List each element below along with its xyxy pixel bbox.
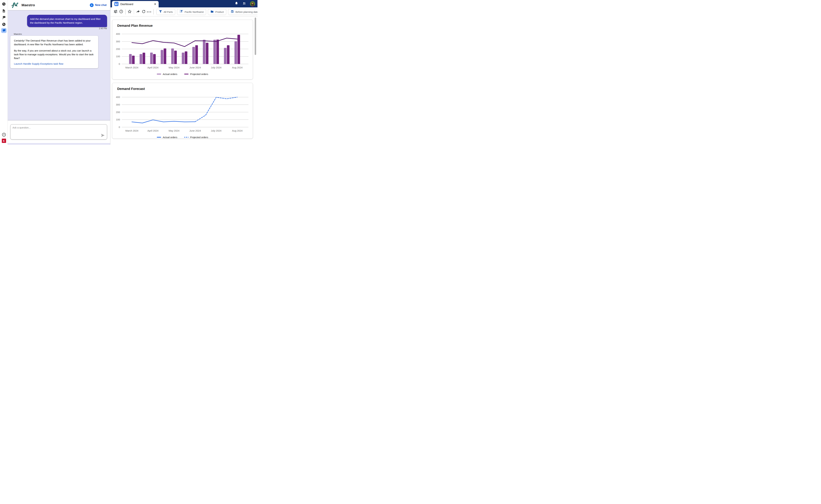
- documents-button[interactable]: [1, 8, 7, 13]
- chip-before-planning-date[interactable]: Before planning date 6 months: [228, 9, 258, 15]
- legend-label: Actual orders: [163, 73, 177, 75]
- document-icon: [2, 9, 6, 13]
- svg-text:100: 100: [116, 55, 120, 58]
- notifications-bell-icon[interactable]: [235, 1, 239, 6]
- svg-text:May 2024: May 2024: [168, 129, 179, 132]
- svg-text:June 2024: June 2024: [189, 66, 201, 69]
- sliders-icon: [114, 10, 117, 14]
- arrow-up-left-icon: [2, 22, 6, 26]
- chip-label: Before planning date: [236, 11, 258, 13]
- svg-text:200: 200: [116, 48, 120, 50]
- svg-text:July 2024: July 2024: [211, 129, 221, 132]
- ellipsis-icon: ●●●: [147, 11, 152, 13]
- legend-item: Projected orders: [184, 73, 208, 75]
- chat-input-box: [10, 124, 107, 139]
- message-timestamp: 2:40 PM: [99, 27, 107, 30]
- new-chat-label: New chat: [95, 4, 106, 7]
- svg-text:July 2024: July 2024: [211, 66, 221, 69]
- chat-message-list: Add the demand plan revenue chart to my …: [8, 10, 110, 120]
- svg-text:April 2024: April 2024: [147, 129, 158, 132]
- svg-text:March 2024: March 2024: [125, 129, 138, 132]
- share-arrow-icon: [136, 10, 140, 14]
- refresh-icon: [142, 10, 146, 14]
- tab-dashboard[interactable]: Dashboard ✕: [112, 1, 158, 7]
- icon-rail: ? K: [0, 0, 8, 145]
- svg-text:200: 200: [116, 111, 120, 114]
- help-tool-button[interactable]: ?: [118, 9, 124, 15]
- kinaxis-k-icon: K: [2, 139, 6, 143]
- svg-text:May 2024: May 2024: [168, 66, 179, 69]
- kinaxis-logo[interactable]: K: [1, 138, 7, 143]
- maestro-logo-icon: [11, 1, 20, 9]
- legend-swatch-solid-icon: [184, 74, 188, 74]
- chat-panel: Maestro + New chat Add the demand plan r…: [8, 0, 110, 145]
- filter-icon: [159, 10, 162, 14]
- filter-chips: All Parts Pacific Northwest Product: [156, 9, 258, 15]
- refresh-button[interactable]: [141, 9, 146, 15]
- legend-swatch-solid-icon: [157, 74, 161, 74]
- chat-bottom-strip: [8, 143, 110, 145]
- svg-text:Aug 2024: Aug 2024: [232, 129, 243, 132]
- user-avatar[interactable]: [250, 1, 255, 6]
- svg-text:March 2024: March 2024: [125, 66, 138, 69]
- favorite-button[interactable]: [127, 9, 132, 15]
- svg-text:June 2024: June 2024: [189, 129, 201, 132]
- svg-text:400: 400: [116, 32, 120, 35]
- thoughts-button[interactable]: [1, 15, 7, 20]
- svg-text:?: ?: [120, 10, 122, 13]
- launch-task-flow-link[interactable]: Launch Handle Supply Exceptions task flo…: [14, 62, 63, 65]
- people-icon[interactable]: [242, 1, 246, 6]
- svg-text:Aug 2024: Aug 2024: [232, 66, 243, 69]
- legend-swatch-dashed-icon: [184, 137, 188, 138]
- demand-forecast-chart: 0100200300400March 2024April 2024May 202…: [115, 95, 249, 134]
- app-title: Maestro: [21, 3, 35, 7]
- demand-plan-revenue-card: Demand Plan Revenue 0100200300400March 2…: [112, 20, 253, 79]
- svg-text:300: 300: [116, 40, 120, 43]
- svg-text:0: 0: [119, 126, 120, 128]
- toolbar-divider: [125, 9, 126, 14]
- open-external-button[interactable]: [1, 22, 7, 27]
- user-message-bubble: Add the demand plan revenue chart to my …: [27, 15, 107, 27]
- assistant-message-card: Certainly! The Demand Plan Revenue chart…: [10, 36, 98, 68]
- scrollbar-thumb[interactable]: [255, 18, 256, 55]
- legend-item: Actual orders: [157, 136, 177, 139]
- chat-button[interactable]: [1, 28, 7, 33]
- close-icon[interactable]: ✕: [154, 3, 156, 6]
- more-options-button[interactable]: ●●●: [146, 9, 152, 15]
- assistant-sender-label: Maestro: [14, 33, 22, 35]
- view-settings-button[interactable]: [113, 9, 118, 15]
- chart-legend: Actual ordersProjected orders: [112, 136, 253, 139]
- calendar-icon: [231, 10, 234, 14]
- history-button[interactable]: [1, 1, 7, 6]
- chip-pacific-northwest[interactable]: Pacific Northwest: [177, 9, 206, 15]
- chip-label: All Parts: [164, 11, 173, 13]
- toolbar-divider: [153, 9, 154, 14]
- svg-text:?: ?: [3, 134, 4, 136]
- demand-forecast-card: Demand Forecast 0100200300400March 2024A…: [112, 83, 253, 139]
- chip-all-parts[interactable]: All Parts: [156, 9, 175, 15]
- send-icon[interactable]: [101, 134, 105, 138]
- assistant-paragraph-2: By the way, if you are concerned about a…: [14, 49, 95, 60]
- chat-input[interactable]: [12, 126, 100, 138]
- legend-swatch-solid-icon: [157, 137, 161, 138]
- new-chat-button[interactable]: + New chat: [90, 3, 106, 7]
- clock-icon: [2, 2, 6, 6]
- chat-bubble-icon: [2, 29, 6, 32]
- legend-item: Actual orders: [157, 73, 177, 75]
- chat-header: Maestro + New chat: [8, 0, 110, 10]
- user-message-text: Add the demand plan revenue chart to my …: [30, 18, 101, 24]
- dashboard-toolbar: ? ●●●: [110, 7, 258, 16]
- help-circle-icon: ?: [119, 10, 123, 14]
- legend-label: Projected orders: [190, 73, 208, 75]
- topbar-actions: [235, 0, 255, 7]
- plus-icon: +: [90, 3, 94, 7]
- chart-legend: Actual ordersProjected orders: [112, 73, 253, 75]
- chat-footer: [8, 121, 110, 143]
- svg-text:400: 400: [116, 96, 120, 98]
- svg-text:300: 300: [116, 103, 120, 106]
- app-root: ? K Maestro + New chat Add the demand pl…: [0, 0, 258, 145]
- chip-product[interactable]: Product: [208, 9, 226, 15]
- star-icon: [127, 10, 132, 14]
- share-button[interactable]: [135, 9, 141, 15]
- help-button[interactable]: ?: [1, 132, 7, 137]
